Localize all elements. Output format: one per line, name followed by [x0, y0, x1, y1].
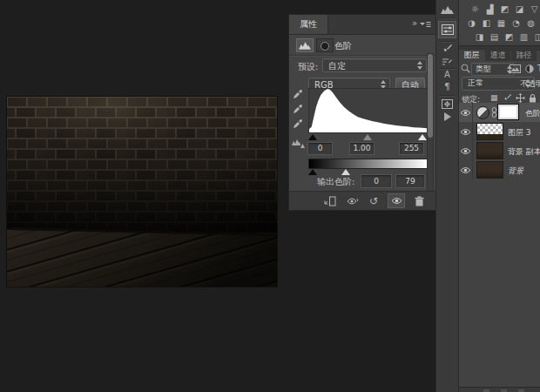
clone-source-panel-icon[interactable] — [436, 98, 458, 109]
input-white-slider[interactable] — [418, 134, 427, 140]
output-levels-label: 输出色阶: — [317, 176, 354, 188]
panel-menu-icon[interactable] — [420, 21, 431, 28]
adjustment-layer-filter-icon[interactable] — [525, 64, 534, 73]
clip-to-layer-icon[interactable] — [322, 194, 338, 207]
histogram-panel-icon[interactable] — [436, 4, 458, 14]
delete-adjustment-icon[interactable] — [411, 194, 427, 207]
layer-name[interactable]: 背景 副本 2 — [508, 146, 540, 158]
vibrance-icon[interactable]: ▽ — [529, 3, 540, 15]
visibility-eye-icon[interactable] — [459, 141, 473, 160]
output-black-slider[interactable] — [308, 169, 317, 175]
adjustment-title: 色阶 — [334, 40, 352, 52]
preset-label: 预设: — [298, 61, 318, 73]
levels-icon[interactable]: ▟ — [484, 3, 496, 15]
color-balance-icon[interactable]: ◧ — [481, 17, 492, 29]
toggle-visibility-icon[interactable] — [388, 193, 405, 208]
reset-adjustment-icon[interactable]: ↺ — [366, 194, 381, 207]
photoshop-window: 属性 » 色阶 预设: 自定 RGB 自动 — [0, 0, 540, 392]
adjustment-type-row — [296, 38, 336, 52]
input-black-field[interactable]: 0 — [307, 142, 333, 155]
layer-mask-thumbnail[interactable] — [498, 105, 518, 119]
white-point-eyedropper-icon[interactable] — [293, 119, 303, 130]
output-white-field[interactable]: 79 — [395, 174, 425, 188]
view-previous-state-icon[interactable] — [344, 194, 360, 207]
properties-panel-icon[interactable] — [438, 21, 456, 38]
layer-row-bg-copy2[interactable]: 背景 副本 2 — [459, 141, 540, 160]
layer-thumbnail[interactable] — [476, 161, 503, 179]
adjustments-row-3: ◨▤◩▥◫ — [474, 31, 540, 43]
output-black-field[interactable]: 0 — [361, 174, 392, 188]
filter-type-dropdown[interactable]: 类型 — [471, 63, 515, 76]
right-panel-region: ☼▟◩◪▽ ◑◧▦◔◍◫ ◨▤◩▥◫ 图层通道路径 类型 T 正常 — [459, 0, 540, 392]
layer-row-layer3[interactable]: 图层 3 — [459, 122, 540, 141]
output-gradient-bar — [308, 159, 428, 169]
search-icon — [461, 64, 470, 73]
gradient-map-icon[interactable]: ▥ — [518, 31, 530, 43]
layer-name[interactable]: 背景 — [508, 166, 523, 177]
layer-row-levels[interactable]: 色阶 — [459, 103, 540, 122]
layer-name[interactable]: 色阶 — [525, 108, 540, 119]
mask-link-icon[interactable] — [491, 107, 497, 118]
selective-color-icon[interactable]: ◫ — [533, 31, 540, 43]
document-canvas[interactable] — [7, 97, 277, 287]
photo-filter-icon[interactable]: ◔ — [510, 17, 522, 29]
properties-panel-header: 属性 » — [289, 15, 435, 35]
visibility-eye-icon[interactable] — [459, 160, 473, 179]
levels-histogram[interactable] — [308, 88, 428, 133]
opacity-label: 不透明度 — [520, 78, 540, 90]
channel-mixer-icon[interactable]: ◍ — [525, 17, 537, 29]
layer-row-background[interactable]: 背景 — [459, 160, 540, 179]
layer-thumbnail[interactable] — [476, 123, 503, 140]
posterize-icon[interactable]: ▤ — [489, 31, 500, 43]
black-white-icon[interactable]: ▦ — [496, 17, 507, 29]
properties-footer: ↺ — [289, 191, 435, 210]
black-point-eyedropper-icon[interactable] — [293, 90, 303, 100]
layer-name[interactable]: 图层 3 — [508, 127, 531, 139]
paragraph-panel-icon[interactable]: ¶ — [436, 82, 458, 91]
invert-icon[interactable]: ◨ — [474, 31, 485, 43]
pixel-layer-filter-icon[interactable] — [510, 64, 521, 73]
input-black-slider[interactable] — [308, 134, 317, 140]
panel-dock-strip: A ¶ — [435, 0, 459, 392]
adjustments-row-1: ☼▟◩◪▽ — [469, 3, 540, 15]
actions-panel-icon[interactable] — [436, 112, 458, 123]
lock-transparent-icon[interactable]: ▦ — [490, 93, 498, 102]
preset-dropdown[interactable]: 自定 — [322, 58, 427, 72]
visibility-eye-icon[interactable] — [459, 103, 473, 122]
visibility-eye-icon[interactable] — [459, 122, 473, 141]
layers-tab-bar: 图层通道路径 — [459, 50, 537, 61]
adjustment-layer-thumbnail[interactable] — [476, 106, 489, 119]
levels-view-toggle-icon[interactable] — [296, 38, 314, 52]
exposure-icon[interactable]: ◪ — [514, 3, 525, 15]
layers-panel-footer — [459, 387, 540, 392]
lock-position-icon[interactable] — [516, 93, 525, 103]
properties-panel: 属性 » 色阶 预设: 自定 RGB 自动 — [289, 15, 435, 210]
curves-icon[interactable]: ◩ — [499, 3, 510, 15]
scrollbar-thumb[interactable] — [428, 54, 433, 138]
output-white-slider[interactable] — [341, 169, 350, 175]
threshold-icon[interactable]: ◩ — [503, 31, 515, 43]
character-panel-icon[interactable]: A — [436, 70, 458, 79]
layer-thumbnail[interactable] — [476, 142, 503, 159]
brightness-contrast-icon[interactable]: ☼ — [469, 3, 481, 15]
input-gamma-field[interactable]: 1.00 — [349, 142, 375, 155]
hue-saturation-icon[interactable]: ◑ — [466, 17, 477, 29]
tab-paths[interactable]: 路径 — [511, 50, 537, 61]
collapse-panel-icon[interactable]: » — [412, 18, 416, 28]
mask-view-toggle-icon[interactable] — [316, 38, 334, 52]
input-white-field[interactable]: 255 — [399, 142, 424, 155]
properties-tab[interactable]: 属性 — [289, 15, 328, 34]
gray-point-eyedropper-icon[interactable] — [293, 105, 303, 115]
lock-all-icon[interactable] — [529, 93, 537, 103]
tab-layers[interactable]: 图层 — [459, 50, 484, 61]
brush-panel-icon[interactable] — [436, 44, 458, 55]
adjustments-row-2: ◑◧▦◔◍◫ — [466, 17, 540, 29]
blend-mode-row: 正常 不透明度 — [459, 77, 540, 91]
layer-filter-row: 类型 T — [459, 63, 540, 75]
levels-edit-icon — [292, 139, 305, 149]
input-gamma-slider[interactable] — [363, 134, 372, 140]
properties-scrollbar[interactable] — [427, 53, 434, 191]
brush-presets-panel-icon[interactable] — [436, 57, 458, 67]
lock-pixels-icon[interactable] — [503, 94, 512, 103]
tab-channels[interactable]: 通道 — [485, 50, 510, 61]
